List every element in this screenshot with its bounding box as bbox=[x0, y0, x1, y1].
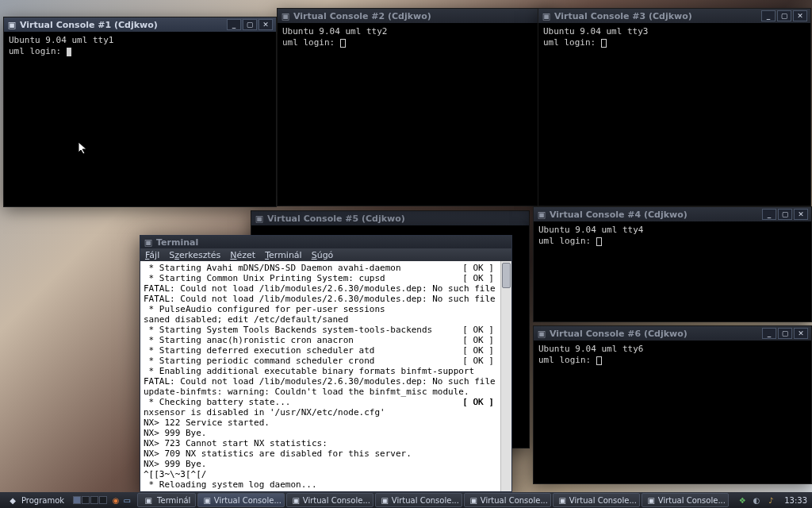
task-icon: ▣ bbox=[558, 495, 565, 506]
terminal-body-vc3[interactable]: Ubuntu 9.04 uml tty3 uml login: bbox=[538, 23, 810, 206]
menu-edit[interactable]: Szerkesztés bbox=[169, 250, 220, 260]
workspace-1[interactable] bbox=[73, 496, 81, 504]
workspace-3[interactable] bbox=[90, 496, 98, 504]
tray-icon-1[interactable]: ❖ bbox=[737, 495, 748, 506]
terminal-line: update-binfmts: warning: Couldn't load t… bbox=[144, 387, 497, 397]
login-prompt: uml login: bbox=[538, 236, 596, 246]
titlebar-terminal[interactable]: ▣ Terminal bbox=[140, 236, 511, 248]
workspace-switcher[interactable] bbox=[73, 496, 107, 504]
banner-text: Ubuntu 9.04 uml tty2 bbox=[282, 26, 387, 37]
close-button[interactable]: ✕ bbox=[793, 10, 807, 21]
status-ok: [ OK ] bbox=[462, 356, 494, 366]
terminal-line: * PulseAudio configured for per-user ses… bbox=[144, 304, 497, 314]
terminal-line: * Enabling additional executable binary … bbox=[144, 366, 497, 376]
terminal-icon: ▣ bbox=[537, 210, 546, 219]
clock[interactable]: 13:33 bbox=[784, 496, 807, 505]
menu-file[interactable]: FFájlájl bbox=[145, 250, 159, 260]
status-ok: [ OK ] bbox=[462, 325, 494, 335]
scrollbar[interactable] bbox=[500, 261, 511, 491]
terminal-body-vc1[interactable]: Ubuntu 9.04 uml tty1 uml login: bbox=[4, 32, 276, 206]
terminal-line: * Starting periodic command scheduler cr… bbox=[144, 356, 497, 366]
terminal-line: NX> 999 Bye. bbox=[144, 428, 497, 438]
window-vc1[interactable]: ▣ Virtual Console #1 (Cdjkwo) _ ▢ ✕ Ubun… bbox=[3, 17, 277, 207]
menu-help[interactable]: Súgó bbox=[312, 250, 334, 260]
terminal-body-vc2[interactable]: Ubuntu 9.04 uml tty2 uml login: bbox=[278, 23, 552, 206]
task-icon: ▣ bbox=[143, 495, 154, 506]
banner-text: Ubuntu 9.04 uml tty3 bbox=[543, 26, 648, 37]
task-label: Virtual Console... bbox=[214, 496, 282, 505]
title-vc2: Virtual Console #2 (Cdjkwo) bbox=[293, 11, 549, 21]
system-tray: ❖ ◐ ♪ 13:33 bbox=[737, 495, 810, 506]
scrollbar-thumb[interactable] bbox=[502, 263, 511, 288]
login-prompt: uml login: bbox=[538, 355, 596, 365]
close-button[interactable]: ✕ bbox=[259, 19, 273, 30]
desktop-icon[interactable]: ▭ bbox=[121, 495, 132, 506]
taskbar-task[interactable]: ▣Virtual Console... bbox=[642, 493, 729, 507]
task-icon: ▣ bbox=[381, 495, 388, 506]
taskbar-task[interactable]: ▣Terminál bbox=[137, 493, 196, 507]
titlebar-vc2[interactable]: ▣ Virtual Console #2 (Cdjkwo) bbox=[278, 9, 552, 23]
terminal-icon: ▣ bbox=[542, 11, 551, 21]
task-label: Virtual Console... bbox=[569, 496, 637, 505]
maximize-button[interactable]: ▢ bbox=[777, 10, 791, 21]
titlebar-vc1[interactable]: ▣ Virtual Console #1 (Cdjkwo) _ ▢ ✕ bbox=[4, 17, 276, 32]
title-vc1: Virtual Console #1 (Cdjkwo) bbox=[20, 20, 227, 30]
minimize-button[interactable]: _ bbox=[761, 10, 776, 21]
terminal-line: FATAL: Could not load /lib/modules/2.6.3… bbox=[144, 376, 497, 387]
status-ok: [ OK ] bbox=[462, 273, 494, 283]
tray-icon-2[interactable]: ◐ bbox=[751, 495, 762, 506]
window-terminal[interactable]: ▣ Terminal FFájlájl Szerkesztés Nézet Te… bbox=[140, 235, 512, 492]
maximize-button[interactable]: ▢ bbox=[778, 328, 792, 339]
taskbar-task[interactable]: ▣Virtual Console... bbox=[375, 493, 462, 507]
workspace-2[interactable] bbox=[82, 496, 90, 504]
terminal-line: * Checking battery state...[ OK ] bbox=[144, 397, 497, 407]
banner-text: Ubuntu 9.04 uml tty1 bbox=[9, 35, 113, 45]
tray-icon-3[interactable]: ♪ bbox=[765, 495, 776, 506]
status-ok: [ OK ] bbox=[462, 263, 494, 273]
task-icon: ▣ bbox=[469, 495, 477, 506]
workspace-4[interactable] bbox=[99, 496, 107, 504]
close-button[interactable]: ✕ bbox=[794, 209, 808, 220]
window-vc3[interactable]: ▣ Virtual Console #3 (Cdjkwo) _ ▢ ✕ Ubun… bbox=[538, 8, 811, 206]
terminal-body-vc6[interactable]: Ubuntu 9.04 uml tty6 uml login: bbox=[534, 341, 811, 483]
terminal-line: NX> 999 Bye. bbox=[144, 459, 497, 469]
firefox-icon[interactable]: ◉ bbox=[110, 495, 121, 506]
login-prompt: uml login: bbox=[282, 37, 340, 48]
maximize-button[interactable]: ▢ bbox=[243, 19, 257, 30]
terminal-body-vc4[interactable]: Ubuntu 9.04 uml tty4 uml login: bbox=[534, 221, 811, 321]
minimize-button[interactable]: _ bbox=[762, 209, 776, 220]
titlebar-vc5[interactable]: ▣ Virtual Console #5 (Cdjkwo) bbox=[251, 211, 529, 225]
close-button[interactable]: ✕ bbox=[794, 328, 808, 339]
terminal-line: * Reloading system log daemon... bbox=[144, 479, 497, 490]
cursor bbox=[340, 39, 346, 48]
window-vc4[interactable]: ▣ Virtual Console #4 (Cdjkwo) _ ▢ ✕ Ubun… bbox=[533, 206, 812, 322]
titlebar-vc4[interactable]: ▣ Virtual Console #4 (Cdjkwo) _ ▢ ✕ bbox=[534, 207, 811, 221]
taskbar-task[interactable]: ▣Virtual Console... bbox=[553, 493, 640, 507]
task-label: Virtual Console... bbox=[303, 496, 370, 505]
taskbar: ◆ Programok ◉ ▭ ▣Terminál▣Virtual Consol… bbox=[0, 492, 812, 508]
terminal-line: * Starting Avahi mDNS/DNS-SD Daemon avah… bbox=[144, 263, 497, 273]
titlebar-vc3[interactable]: ▣ Virtual Console #3 (Cdjkwo) _ ▢ ✕ bbox=[538, 9, 810, 23]
maximize-button[interactable]: ▢ bbox=[778, 209, 792, 220]
terminal-icon: ▣ bbox=[255, 214, 264, 223]
window-buttons: _ ▢ ✕ bbox=[762, 328, 808, 339]
menu-terminal[interactable]: Terminál bbox=[265, 250, 302, 260]
titlebar-vc6[interactable]: ▣ Virtual Console #6 (Cdjkwo) _ ▢ ✕ bbox=[534, 326, 811, 341]
cursor bbox=[67, 48, 71, 56]
cursor bbox=[596, 356, 602, 365]
taskbar-task[interactable]: ▣Virtual Console... bbox=[286, 493, 373, 507]
start-menu[interactable]: ◆ Programok bbox=[2, 493, 70, 507]
minimize-button[interactable]: _ bbox=[227, 19, 241, 30]
window-vc2[interactable]: ▣ Virtual Console #2 (Cdjkwo) Ubuntu 9.0… bbox=[277, 8, 553, 206]
taskbar-task[interactable]: ▣Virtual Console... bbox=[197, 493, 285, 507]
window-buttons: _ ▢ ✕ bbox=[761, 10, 807, 21]
minimize-button[interactable]: _ bbox=[762, 328, 776, 339]
window-vc6[interactable]: ▣ Virtual Console #6 (Cdjkwo) _ ▢ ✕ Ubun… bbox=[533, 325, 812, 484]
terminal-line: * Starting System Tools Backends system-… bbox=[144, 325, 497, 335]
cursor bbox=[601, 39, 607, 48]
terminal-line: ^[[3~\~3[^[/ bbox=[144, 469, 497, 479]
taskbar-task[interactable]: ▣Virtual Console... bbox=[464, 493, 551, 507]
menu-view[interactable]: Nézet bbox=[230, 250, 255, 260]
banner-text: Ubuntu 9.04 uml tty4 bbox=[538, 225, 643, 235]
terminal-output[interactable]: * Starting Avahi mDNS/DNS-SD Daemon avah… bbox=[140, 261, 500, 491]
